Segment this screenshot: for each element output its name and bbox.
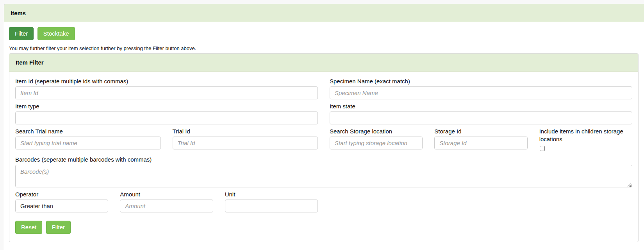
page-title: Items bbox=[4, 4, 644, 22]
barcodes-textarea[interactable] bbox=[15, 165, 632, 187]
unit-label: Unit bbox=[225, 191, 318, 198]
operator-label: Operator bbox=[15, 191, 108, 198]
amount-label: Amount bbox=[120, 191, 213, 198]
specimen-name-label: Specimen Name (exact match) bbox=[330, 77, 632, 85]
storage-id-label: Storage Id bbox=[434, 128, 527, 135]
include-children-label: Include items in children storage locati… bbox=[539, 128, 632, 143]
filter-actions: Reset Filter bbox=[15, 221, 632, 238]
trial-name-input[interactable] bbox=[15, 137, 161, 149]
items-panel: Items Filter Stocktake You may further f… bbox=[4, 4, 644, 250]
specimen-name-input[interactable] bbox=[330, 86, 632, 99]
trial-id-label: Trial Id bbox=[173, 128, 318, 135]
apply-filter-button[interactable]: Filter bbox=[46, 221, 71, 234]
item-type-input[interactable] bbox=[15, 112, 318, 124]
item-filter-title: Item Filter bbox=[9, 54, 638, 72]
filter-toggle-button[interactable]: Filter bbox=[9, 27, 34, 40]
item-state-input[interactable] bbox=[330, 112, 632, 124]
reset-button[interactable]: Reset bbox=[15, 221, 42, 234]
item-id-label: Item Id (seperate multiple ids with comm… bbox=[15, 77, 318, 85]
item-id-input[interactable] bbox=[15, 86, 318, 99]
operator-selected-value: Greater than bbox=[20, 203, 53, 209]
items-panel-body: Filter Stocktake You may further filter … bbox=[4, 22, 644, 247]
item-state-label: Item state bbox=[330, 103, 632, 110]
filter-helper-text: You may further filter your item selecti… bbox=[9, 45, 639, 51]
operator-select[interactable]: Greater than bbox=[15, 200, 108, 212]
stocktake-button[interactable]: Stocktake bbox=[37, 27, 75, 40]
storage-location-label: Search Storage location bbox=[330, 128, 423, 135]
storage-id-input[interactable] bbox=[434, 137, 527, 149]
toolbar: Filter Stocktake bbox=[9, 27, 639, 40]
trial-id-input[interactable] bbox=[173, 137, 318, 149]
item-type-label: Item type bbox=[15, 103, 318, 110]
storage-location-input[interactable] bbox=[330, 137, 423, 149]
item-filter-panel: Item Filter Item Id (seperate multiple i… bbox=[9, 53, 639, 242]
unit-input[interactable] bbox=[225, 200, 318, 212]
amount-input[interactable] bbox=[120, 200, 213, 212]
include-children-checkbox[interactable] bbox=[540, 146, 545, 151]
trial-name-label: Search Trial name bbox=[15, 128, 161, 135]
item-filter-body: Item Id (seperate multiple ids with comm… bbox=[9, 72, 638, 242]
barcodes-label: Barcodes (seperate multiple barcodes wit… bbox=[15, 156, 632, 164]
